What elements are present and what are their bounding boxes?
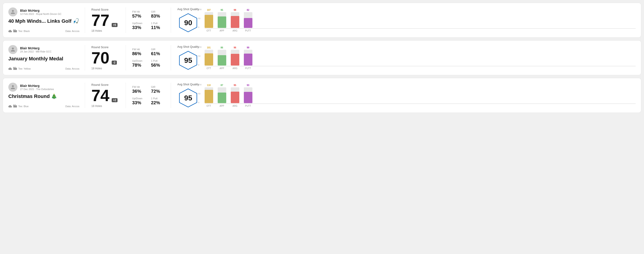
- bar-fill-app: [218, 93, 226, 103]
- score-holes: 18 Holes: [91, 105, 119, 108]
- bar-value-label-putt: 99: [247, 46, 249, 49]
- bar-group-putt: 93: [244, 84, 252, 103]
- gir-value: 61%: [151, 51, 165, 56]
- quality-label: Avg Shot Quality: [177, 45, 199, 48]
- fw-hit-value: 86%: [132, 51, 146, 56]
- bar-group-arg: 96: [231, 46, 239, 66]
- bar-wrapper-ott: [204, 12, 213, 28]
- bar-fill-arg: [231, 54, 239, 66]
- chart-x-label-ott: OTT: [204, 67, 213, 70]
- round-card-3: Blair McHarg 27 Dec 2021 · The Oxfordshi…: [3, 78, 641, 113]
- player-text: Blair McHarg 27 Dec 2021 · The Oxfordshi…: [20, 84, 54, 91]
- quality-hex-container: Avg Shot Quality 90: [177, 7, 199, 33]
- oneputt-label: 1 Putt: [151, 97, 165, 100]
- updown-label: Up/Down: [132, 59, 146, 62]
- chart-y-labels: 100500: [198, 8, 202, 28]
- player-text: Blair McHarg 12 Feb 2022 · Royal North D…: [20, 9, 61, 15]
- updown-value: 33%: [132, 25, 146, 30]
- data-source: Data: Arccos: [66, 30, 80, 32]
- hexagon-score: 95: [184, 56, 192, 65]
- oneputt-stat: 1 Putt 56%: [151, 59, 165, 68]
- tee-label: Tee: Blue: [18, 105, 29, 108]
- player-meta: 27 Dec 2021 · The Oxfordshire: [20, 88, 54, 91]
- round-title: 40 Mph Winds... Links Golf 🎣: [8, 18, 80, 24]
- round-score-label: Round Score: [91, 45, 119, 49]
- quality-label: Avg Shot Quality: [177, 7, 199, 11]
- player-name: Blair McHarg: [20, 84, 54, 88]
- fw-hit-stat: FW Hit 86%: [132, 48, 146, 56]
- score-badge: +2: [112, 98, 118, 102]
- bar-fill-putt: [244, 54, 252, 66]
- bar-chart: 100500107959882OTTAPPARGPUTT: [204, 8, 636, 32]
- player-text: Blair McHarg 29 Jan 2022 · Mill Ride GCC: [20, 46, 52, 53]
- oneputt-value: 11%: [151, 25, 165, 30]
- player-meta: 29 Jan 2022 · Mill Ride GCC: [20, 50, 52, 53]
- chart-area: 100500107959882: [204, 8, 636, 29]
- hexagon-score: 95: [184, 94, 192, 102]
- hexagon-container: 95: [177, 50, 199, 70]
- updown-value: 33%: [132, 100, 146, 105]
- bar-wrapper-putt: [244, 87, 252, 103]
- oneputt-stat: 1 Putt 22%: [151, 97, 165, 105]
- bar-fill-putt: [244, 92, 252, 103]
- chart-y-labels: 100500: [198, 84, 202, 104]
- card-stats: FW Hit 86% GIR 61% Up/Down 78% 1 Putt 56…: [126, 45, 171, 70]
- oneputt-label: 1 Putt: [151, 59, 165, 62]
- card-quality: Avg Shot Quality 95 100500110879593OTTAP…: [171, 83, 636, 108]
- fw-hit-stat: FW Hit 36%: [132, 86, 146, 94]
- card-left: Blair McHarg 29 Jan 2022 · Mill Ride GCC…: [8, 45, 85, 70]
- player-meta: 12 Feb 2022 · Royal North Devon GC: [20, 13, 61, 15]
- weather-icon: [8, 29, 12, 33]
- bar-group-ott: 101: [204, 46, 213, 66]
- tee-info: Tee: Black: [8, 29, 30, 33]
- tee-label: Tee: Yellow: [18, 67, 31, 70]
- bar-wrapper-ott: [204, 50, 213, 66]
- fw-hit-stat: FW Hit 57%: [132, 10, 146, 19]
- quality-hex-container: Avg Shot Quality 95: [177, 83, 199, 108]
- hexagon-score: 90: [184, 19, 192, 27]
- bar-wrapper-putt: [244, 50, 252, 66]
- score-badge-area: +2: [112, 98, 118, 104]
- weather-icon: [8, 105, 12, 108]
- hexagon: 90: [178, 13, 198, 33]
- bar-fill-arg: [231, 16, 239, 28]
- bag-icon: [13, 105, 17, 108]
- chart-x-labels: OTTAPPARGPUTT: [204, 29, 636, 32]
- gir-stat: GIR 72%: [151, 86, 165, 94]
- chart-x-label-arg: ARG: [231, 67, 239, 70]
- bar-fill-ott: [204, 53, 213, 66]
- gir-value: 83%: [151, 13, 165, 19]
- player-info: Blair McHarg 12 Feb 2022 · Royal North D…: [8, 7, 80, 16]
- round-title: January Monthly Medal: [8, 56, 80, 62]
- bar-fill-ott: [204, 90, 213, 103]
- fw-hit-value: 57%: [132, 13, 146, 19]
- chart-x-label-putt: PUTT: [244, 105, 252, 107]
- chart-x-label-ott: OTT: [204, 29, 213, 32]
- bar-wrapper-putt: [244, 12, 252, 28]
- bar-group-arg: 95: [231, 84, 239, 103]
- player-info: Blair McHarg 27 Dec 2021 · The Oxfordshi…: [8, 83, 80, 92]
- player-name: Blair McHarg: [20, 46, 52, 50]
- fw-hit-label: FW Hit: [132, 10, 146, 13]
- bar-wrapper-app: [218, 87, 226, 103]
- oneputt-label: 1 Putt: [151, 22, 165, 24]
- score-holes: 18 Holes: [91, 29, 119, 32]
- updown-label: Up/Down: [132, 22, 146, 24]
- quality-hex-container: Avg Shot Quality 95: [177, 45, 199, 70]
- chart-x-label-app: APP: [218, 67, 226, 70]
- card-left: Blair McHarg 27 Dec 2021 · The Oxfordshi…: [8, 83, 85, 108]
- chart-x-label-putt: PUTT: [244, 67, 252, 70]
- player-info: Blair McHarg 29 Jan 2022 · Mill Ride GCC: [8, 45, 80, 54]
- updown-stat: Up/Down 33%: [132, 97, 146, 105]
- score-badge-area: -2: [112, 61, 117, 66]
- card-score: Round Score 74 +2 18 Holes: [85, 83, 126, 108]
- bar-wrapper-arg: [231, 87, 239, 103]
- bar-group-ott: 110: [204, 84, 213, 103]
- bar-value-label-ott: 110: [207, 84, 211, 87]
- bar-fill-app: [218, 16, 226, 28]
- bar-wrapper-arg: [231, 50, 239, 66]
- round-score-label: Round Score: [91, 83, 119, 87]
- score-badge-area: +5: [112, 23, 118, 28]
- bar-value-label-putt: 93: [247, 84, 249, 87]
- card-quality: Avg Shot Quality 95 100500101869699OTTAP…: [171, 45, 636, 70]
